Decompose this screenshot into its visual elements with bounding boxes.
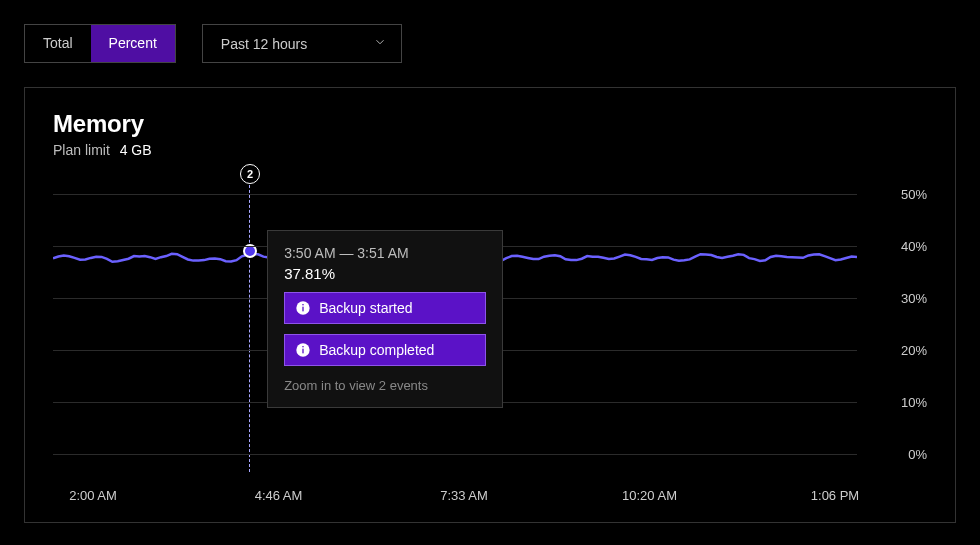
plan-limit-value: 4 GB <box>120 142 152 158</box>
info-icon <box>295 300 311 316</box>
event-label: Backup started <box>319 300 412 316</box>
memory-chart[interactable]: 2 3:50 AM — 3:51 AM 37.81% Backup starte… <box>53 194 927 454</box>
plan-limit: Plan limit 4 GB <box>53 142 927 158</box>
toggle-total[interactable]: Total <box>25 25 91 62</box>
svg-rect-2 <box>303 304 304 305</box>
event-label: Backup completed <box>319 342 434 358</box>
y-tick-label: 20% <box>867 343 927 358</box>
plan-limit-label: Plan limit <box>53 142 110 158</box>
event-marker[interactable]: 2 <box>249 180 250 472</box>
event-pill[interactable]: Backup started <box>284 292 486 324</box>
grid-line <box>53 454 857 455</box>
x-tick-label: 4:46 AM <box>255 488 303 503</box>
y-tick-label: 0% <box>867 447 927 462</box>
x-tick-label: 1:06 PM <box>811 488 859 503</box>
tooltip-zoom-hint: Zoom in to view 2 events <box>284 378 486 393</box>
x-tick-label: 7:33 AM <box>440 488 488 503</box>
event-count-badge[interactable]: 2 <box>240 164 260 184</box>
panel-title: Memory <box>53 110 927 138</box>
chevron-down-icon <box>373 35 387 52</box>
y-tick-label: 40% <box>867 239 927 254</box>
chart-tooltip: 3:50 AM — 3:51 AM 37.81% Backup started … <box>267 230 503 408</box>
info-icon <box>295 342 311 358</box>
svg-rect-5 <box>303 346 304 347</box>
view-toggle: Total Percent <box>24 24 176 63</box>
grid-line <box>53 194 857 195</box>
time-range-select[interactable]: Past 12 hours <box>202 24 402 63</box>
event-pill[interactable]: Backup completed <box>284 334 486 366</box>
x-tick-label: 10:20 AM <box>622 488 677 503</box>
memory-panel: Memory Plan limit 4 GB 2 3:50 AM — 3:51 … <box>24 87 956 523</box>
time-range-value: Past 12 hours <box>221 36 307 52</box>
toggle-percent[interactable]: Percent <box>91 25 175 62</box>
x-axis: 2:00 AM4:46 AM7:33 AM10:20 AM1:06 PM <box>53 488 927 508</box>
x-tick-label: 2:00 AM <box>69 488 117 503</box>
y-tick-label: 50% <box>867 187 927 202</box>
y-tick-label: 10% <box>867 395 927 410</box>
svg-rect-4 <box>303 349 304 354</box>
tooltip-value: 37.81% <box>284 265 486 282</box>
svg-rect-1 <box>303 307 304 312</box>
tooltip-time-range: 3:50 AM — 3:51 AM <box>284 245 486 261</box>
y-tick-label: 30% <box>867 291 927 306</box>
